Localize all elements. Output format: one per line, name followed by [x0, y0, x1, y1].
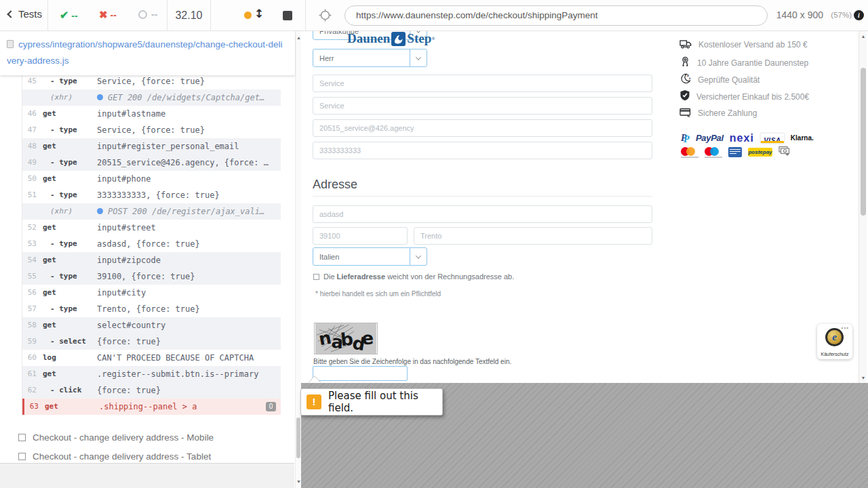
log-row[interactable]: 63get.shipping--panel > a0 [22, 399, 281, 415]
log-row-method: get [43, 285, 97, 301]
log-row-message: input#city [97, 285, 281, 301]
salutation-select[interactable]: Herr [313, 49, 427, 67]
klarna-logo: Klarna. [791, 134, 814, 142]
suite-item[interactable]: Checkout - change delivery address - Mob… [0, 428, 294, 447]
log-row[interactable]: 46getinput#lastname [22, 106, 281, 122]
url-input[interactable]: https://www.daunenstep.com/de/checkout/s… [344, 5, 768, 26]
scrollbar-down-icon[interactable]: ▼ [859, 375, 867, 380]
spec-path-link[interactable]: cypress/integration/shopware5/daunenstep… [7, 39, 283, 66]
shield-check-icon [679, 89, 690, 104]
selector-playground-icon[interactable] [319, 9, 332, 24]
assertion-count-badge: 0 [266, 402, 276, 411]
autoscroll-dot-icon[interactable] [244, 12, 252, 19]
truck-icon [679, 38, 692, 52]
log-row-method: log [43, 350, 97, 366]
aut-page: Privatkunde Daunen Step ® Herr [301, 31, 868, 383]
log-row[interactable]: 51- type3333333333, {force: true} [22, 187, 281, 203]
log-row[interactable]: 61get.register--submit.btn.is--primary [22, 366, 281, 382]
log-row-number: 50 [22, 171, 43, 187]
cash-on-delivery-icon [778, 146, 790, 159]
page-scrollbar[interactable]: ▲ ▼ [859, 31, 867, 383]
log-row[interactable]: 47- typeService, {force: true} [22, 122, 281, 138]
chevron-left-icon [7, 10, 14, 18]
log-row-number: 48 [22, 138, 43, 155]
scroll-toggle-icon[interactable]: ↕ [254, 7, 264, 20]
captcha-input[interactable] [313, 366, 408, 381]
reporter-scrollbar-thumb[interactable] [296, 418, 300, 458]
log-row[interactable]: 56getinput#city [22, 285, 281, 301]
back-to-tests-button[interactable]: Tests [8, 8, 42, 20]
usp-item: Kostenloser Versand ab 150 € [679, 38, 808, 52]
log-row-method: - click [43, 382, 97, 399]
salutation-value: Herr [319, 54, 334, 62]
chevron-down-icon [410, 49, 427, 66]
log-row[interactable]: 54getinput#zipcode [22, 252, 281, 268]
brand-swan-icon [391, 32, 406, 46]
paypal-icon: PP [681, 133, 690, 143]
validation-tooltip: ! Please fill out this field. [300, 388, 443, 415]
log-row-method: - type [43, 236, 97, 252]
log-row[interactable]: 58getselect#country [22, 317, 281, 333]
lastname-field[interactable] [313, 97, 652, 115]
log-row-number: 56 [22, 285, 43, 301]
log-row[interactable]: 55- type39100, {force: true} [22, 268, 281, 285]
stat-pending: -- [138, 9, 157, 20]
stop-button[interactable] [283, 11, 292, 20]
reporter-scrollbar[interactable]: ▲ ▼ [295, 31, 301, 488]
paypal-logo: PayPal [696, 133, 724, 143]
registered-mark: ® [431, 36, 435, 41]
country-select[interactable]: Italien [313, 247, 427, 266]
log-row-number: 59 [22, 333, 43, 350]
street-field[interactable] [313, 205, 652, 223]
log-row-message: POST 200 /de/register/ajax_vali… [97, 203, 281, 220]
usp-item: Versicherter Einkauf bis 2.500€ [679, 89, 809, 104]
log-row-number: 49 [22, 155, 43, 171]
log-row-number: 57 [22, 301, 43, 317]
stat-passed-count: -- [71, 10, 77, 21]
scrollbar-up-icon[interactable]: ▲ [859, 34, 867, 39]
log-row-number: 45 [22, 73, 43, 89]
firstname-field[interactable] [313, 75, 652, 92]
log-row-message: {force: true} [97, 382, 281, 399]
log-row[interactable]: 49- type20515_service@426.agency, {force… [22, 155, 281, 171]
log-row-message: input#zipcode [97, 252, 281, 268]
log-row[interactable]: 45- typeService, {force: true} [22, 73, 281, 89]
suite-list: Checkout - change delivery address - Mob… [0, 428, 294, 466]
log-row-number [22, 89, 43, 106]
zipcode-field[interactable] [313, 227, 408, 245]
log-row-message: {force: true} [97, 333, 281, 350]
page-scrollbar-thumb[interactable] [861, 68, 866, 216]
log-row[interactable]: (xhr)GET 200 /de/widgets/Captcha/get… [22, 89, 281, 106]
usp-item: 10 Jahre Garantie Daunenstep [679, 56, 808, 70]
log-row-method: - select [43, 333, 97, 350]
log-row-number: 51 [22, 187, 43, 203]
log-row[interactable]: 48getinput#register_personal_email [22, 138, 281, 155]
log-row[interactable]: 57- typeTrento, {force: true} [22, 301, 281, 317]
log-row[interactable]: 59- select{force: true} [22, 333, 281, 350]
city-field[interactable] [414, 227, 652, 245]
info-icon[interactable]: i [854, 10, 864, 20]
log-row[interactable]: 52getinput#street [22, 220, 281, 236]
log-row[interactable]: 50getinput#phone [22, 171, 281, 187]
phone-field[interactable] [313, 142, 652, 159]
log-row-method: get [45, 399, 99, 415]
log-row-message: asdasd, {force: true} [97, 236, 281, 252]
email-field[interactable] [313, 119, 652, 137]
reporter-panel: cypress/integration/shopware5/daunenstep… [0, 31, 301, 488]
log-row-number: 63 [24, 399, 45, 415]
usp-label: Kostenloser Versand ab 150 € [698, 40, 808, 49]
log-row[interactable]: (xhr)POST 200 /de/register/ajax_vali… [22, 203, 281, 220]
trust-badge[interactable]: ••• e Käuferschutz [817, 324, 852, 359]
log-row-method: - type [43, 187, 97, 203]
log-row-number: 47 [22, 122, 43, 138]
log-row[interactable]: 53- typeasdasd, {force: true} [22, 236, 281, 252]
log-row-method: (xhr) [43, 203, 97, 220]
brand-logo: Daunen Step ® [347, 31, 435, 46]
log-row-method: - type [43, 268, 97, 285]
log-row[interactable]: 60logCAN'T PROCEED BECAUSE OF CAPTCHA [22, 350, 281, 366]
shipping-address-checkbox[interactable] [313, 274, 319, 280]
chevron-down-icon [410, 248, 427, 265]
log-row[interactable]: 62- click{force: true} [22, 382, 281, 399]
usp-label: Versicherter Einkauf bis 2.500€ [696, 92, 809, 102]
log-row-message: input#lastname [97, 106, 281, 122]
